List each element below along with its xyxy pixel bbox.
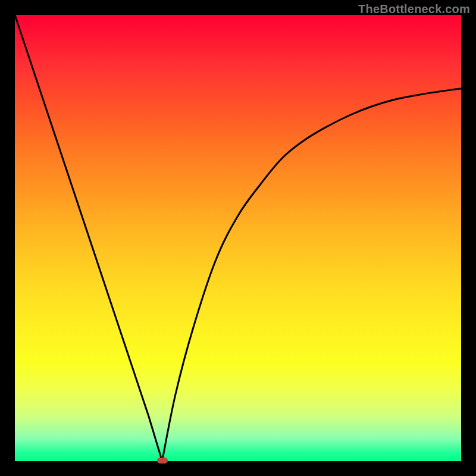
curve-svg xyxy=(15,15,461,461)
plot-area xyxy=(15,15,461,461)
watermark-text: TheBottleneck.com xyxy=(358,2,470,16)
chart-container: TheBottleneck.com xyxy=(0,0,476,476)
curve-path xyxy=(15,15,461,461)
minimum-marker xyxy=(157,458,168,464)
